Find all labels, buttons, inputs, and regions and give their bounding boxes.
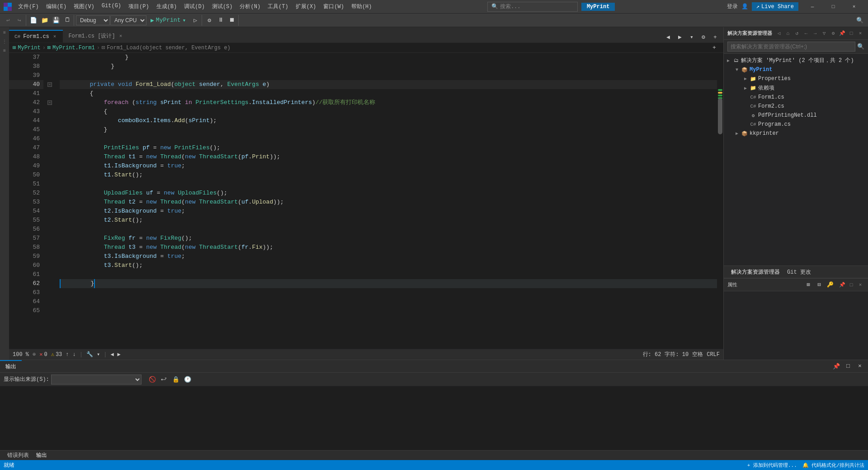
prop-icon-grid[interactable]: ⊞ bbox=[804, 280, 813, 290]
tree-form2cs[interactable]: C# Form2.cs bbox=[724, 102, 868, 111]
se-icon-back[interactable]: ← bbox=[802, 29, 810, 38]
tab-close-form1-designer[interactable]: × bbox=[118, 33, 124, 39]
maximize-button[interactable]: □ bbox=[823, 0, 844, 14]
tab-form1-designer[interactable]: Form1.cs [设计] × bbox=[63, 28, 129, 43]
output-tab-main[interactable]: 输出 bbox=[0, 360, 22, 372]
search-button[interactable]: 🔍 bbox=[854, 15, 865, 26]
prop-icon-sort[interactable]: ⊟ bbox=[815, 280, 824, 290]
new-file-button[interactable]: 📄 bbox=[28, 15, 39, 26]
run-to-cursor[interactable]: ▶ bbox=[118, 351, 121, 358]
tabs-dropdown[interactable]: ▾ bbox=[686, 32, 697, 43]
menu-edit[interactable]: 编辑(E) bbox=[42, 2, 71, 11]
se-icon-forward[interactable]: → bbox=[811, 29, 819, 38]
code-editor[interactable]: 37 38 39 40 41 42 43 44 45 46 47 48 49 5… bbox=[9, 53, 723, 349]
output-lock[interactable]: 🔒 bbox=[170, 374, 181, 385]
tab-form1cs[interactable]: C# Form1.cs × bbox=[9, 30, 63, 43]
tab-close-form1cs[interactable]: × bbox=[52, 33, 58, 40]
menu-file[interactable]: 文件(F) bbox=[14, 2, 42, 11]
menu-debug[interactable]: 调试(D) bbox=[180, 2, 208, 11]
menu-tools[interactable]: 工具(T) bbox=[264, 2, 292, 11]
user-icon[interactable]: 👤 bbox=[741, 3, 748, 10]
nav-down[interactable]: ↓ bbox=[73, 351, 76, 358]
status-notification[interactable]: 🔔 代码格式化/排列共计法 bbox=[802, 462, 864, 469]
sidebar-icon-2[interactable]: ⋮ bbox=[1, 38, 8, 45]
menu-help[interactable]: 帮助(H) bbox=[348, 2, 376, 11]
tree-dll[interactable]: ⚙ PdfPrintingNet.dll bbox=[724, 111, 868, 120]
props-maximize[interactable]: □ bbox=[847, 281, 855, 289]
breadcrumb-class-label[interactable]: MyPrint.Form1 bbox=[52, 45, 95, 51]
breadcrumb-method[interactable]: ⊡ bbox=[102, 44, 105, 51]
status-add-to-scm[interactable]: + 添加到代码管理... bbox=[747, 462, 797, 469]
se-icon-1[interactable]: ◁ bbox=[775, 29, 783, 38]
breadcrumb-add[interactable]: + bbox=[709, 43, 720, 53]
tabs-scroll-left[interactable]: ◀ bbox=[663, 32, 674, 43]
gutter-42[interactable]: - bbox=[45, 98, 54, 107]
tabs-scroll-right[interactable]: ▶ bbox=[675, 32, 685, 43]
nav-up[interactable]: ↑ bbox=[66, 351, 69, 358]
debug-dropdown[interactable]: ▾ bbox=[97, 351, 100, 358]
menu-window[interactable]: 窗口(W) bbox=[320, 2, 348, 11]
output-clock[interactable]: 🕐 bbox=[182, 374, 193, 385]
stop-button[interactable]: ⏹ bbox=[226, 15, 237, 26]
live-share-button[interactable]: ↗ Live Share bbox=[752, 2, 798, 11]
new-tab-button[interactable]: + bbox=[710, 32, 721, 43]
sidebar-icon-1[interactable]: ≡ bbox=[1, 29, 8, 36]
output-pin[interactable]: 📌 bbox=[831, 361, 842, 372]
tree-kkprinter[interactable]: ▶ 📦 kkprinter bbox=[724, 129, 868, 138]
tree-programcs[interactable]: C# Program.cs bbox=[724, 120, 868, 129]
se-pin[interactable]: 📌 bbox=[838, 29, 846, 38]
tree-form1cs[interactable]: C# Form1.cs bbox=[724, 93, 868, 102]
warning-indicator[interactable]: ⚠ 33 bbox=[51, 351, 62, 358]
se-icon-refresh[interactable]: ↺ bbox=[793, 29, 801, 38]
menu-test[interactable]: 测试(S) bbox=[208, 2, 236, 11]
output-word-wrap[interactable]: ⮐ bbox=[159, 374, 170, 385]
save-button[interactable]: 💾 bbox=[51, 15, 61, 26]
se-icon-filter[interactable]: ▽ bbox=[820, 29, 828, 38]
bottom-tab-errors[interactable]: 错误列表 bbox=[4, 451, 33, 460]
gutter-40[interactable]: - bbox=[45, 80, 54, 89]
prop-icon-key[interactable]: 🔑 bbox=[826, 280, 835, 290]
tree-solution-root[interactable]: ▶ 🗂 解决方案 'MyPrint' (2 个项目，共 2 个) bbox=[724, 56, 868, 65]
props-close[interactable]: × bbox=[856, 281, 864, 289]
output-close[interactable]: × bbox=[854, 361, 865, 372]
run-without-debug-button[interactable]: ▷ bbox=[190, 15, 201, 26]
redo-button[interactable]: ↪ bbox=[14, 15, 25, 26]
nav-prev[interactable]: ◀ bbox=[110, 351, 113, 358]
login-label[interactable]: 登录 bbox=[727, 3, 738, 10]
se-icon-home[interactable]: ⌂ bbox=[784, 29, 792, 38]
menu-view[interactable]: 视图(V) bbox=[70, 2, 98, 11]
menu-extensions[interactable]: 扩展(X) bbox=[292, 2, 320, 11]
se-close[interactable]: × bbox=[856, 29, 864, 38]
zoom-level[interactable]: 100 % bbox=[13, 351, 29, 358]
sidebar-icon-3[interactable]: ≡ bbox=[1, 47, 8, 54]
code-content[interactable]: } } private void Form1_Load(object sende… bbox=[60, 53, 717, 349]
error-indicator[interactable]: ✕ 0 bbox=[39, 351, 47, 358]
save-all-button[interactable]: 🗒 bbox=[62, 15, 73, 26]
breadcrumb-method-label[interactable]: Form1_Load(object sender, EventArgs e) bbox=[107, 45, 231, 51]
breadcrumb-namespace[interactable]: ⊞ bbox=[13, 44, 16, 51]
run-button[interactable]: ▶ MyPrint ▾ bbox=[147, 16, 189, 25]
scrollbar-thumb[interactable] bbox=[718, 98, 722, 134]
output-clear[interactable]: 🚫 bbox=[147, 374, 158, 385]
tree-dependencies[interactable]: ▶ 📁 依赖项 bbox=[724, 83, 868, 93]
menu-git[interactable]: Git(G) bbox=[98, 2, 125, 11]
attach-button[interactable]: ⚙ bbox=[204, 15, 215, 26]
menu-project[interactable]: 项目(P) bbox=[125, 2, 153, 11]
platform-select[interactable]: Any CPU bbox=[110, 15, 146, 25]
open-file-button[interactable]: 📁 bbox=[39, 15, 50, 26]
tab-solution-explorer[interactable]: 解决方案资源管理器 bbox=[727, 267, 783, 277]
debug-config-select[interactable]: Debug Release bbox=[76, 15, 110, 25]
tree-properties[interactable]: ▶ 📁 Properties bbox=[724, 74, 868, 83]
tab-git-changes[interactable]: Git 更改 bbox=[783, 267, 815, 277]
bottom-tab-output[interactable]: 输出 bbox=[33, 451, 51, 460]
breadcrumb-namespace-label[interactable]: MyPrint bbox=[18, 45, 40, 51]
output-source-select[interactable] bbox=[51, 375, 142, 385]
minimize-button[interactable]: — bbox=[802, 0, 823, 14]
solution-explorer-search-input[interactable] bbox=[727, 42, 855, 52]
se-maximize[interactable]: □ bbox=[847, 29, 855, 38]
close-button[interactable]: × bbox=[844, 0, 864, 14]
split-editor[interactable]: ⚙ bbox=[698, 32, 709, 43]
output-maximize[interactable]: □ bbox=[843, 361, 854, 372]
vscrollbar[interactable] bbox=[717, 53, 723, 349]
breadcrumb-class[interactable]: ⊠ bbox=[47, 44, 51, 51]
